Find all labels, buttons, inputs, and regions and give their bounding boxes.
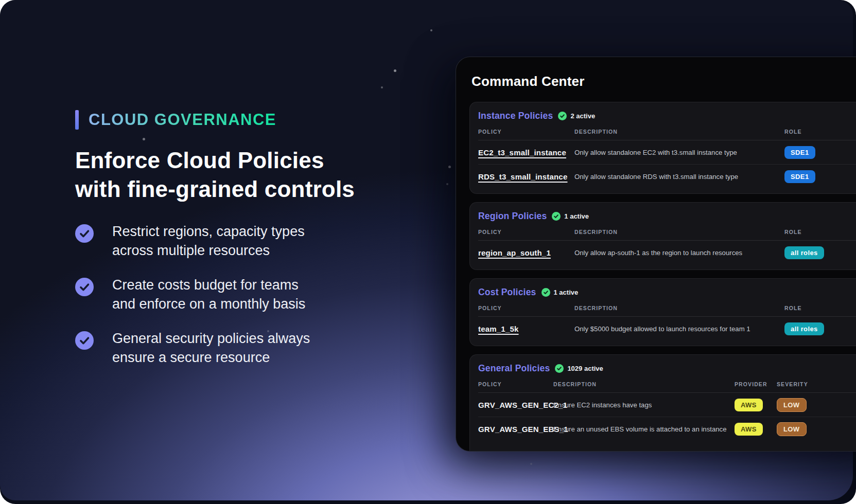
policy-row: team_1_5kOnly $5000 budget allowed to la… (478, 317, 856, 340)
panel-title: Command Center (471, 74, 856, 89)
policy-description: Only allow ap-south-1 as the region to l… (574, 249, 784, 257)
section-active-badge: 1 active (541, 288, 579, 297)
column-header-policy: POLICY (478, 129, 574, 135)
table-body: EC2_t3_small_instanceOnly allow standalo… (478, 140, 856, 188)
policy-card-list: Instance Policies 2 active POLICYDESCRIP… (469, 102, 856, 452)
active-count-label: 1 active (564, 212, 589, 220)
column-header-description: DESCRIPTION (574, 129, 784, 135)
bullet-list: Restrict regions, capacity typesacross m… (75, 222, 430, 367)
heading-line-1: Enforce Cloud Policies (75, 146, 430, 175)
policy-section-card: General Policies 1029 active POLICYDESCR… (469, 354, 856, 452)
policy-description: Only $5000 budget allowed to launch reso… (574, 325, 784, 333)
command-center-panel: Command Center Instance Policies 2 activ… (456, 57, 856, 452)
bullet-item: Restrict regions, capacity typesacross m… (75, 222, 430, 260)
policy-name-link[interactable]: RDS_t3_small_instance (478, 172, 574, 181)
column-header-role: ROLE (784, 305, 856, 311)
star-dot (448, 166, 451, 168)
eyebrow: CLOUD GOVERNANCE (75, 110, 430, 130)
active-count-label: 1 active (554, 289, 579, 296)
table-body: team_1_5kOnly $5000 budget allowed to la… (478, 317, 856, 340)
provider-aws-badge: AWS (735, 423, 763, 436)
bullet-text: Create costs budget for teamsand enforce… (112, 276, 305, 314)
active-check-icon (541, 288, 550, 297)
star-dot (446, 183, 448, 185)
column-header-policy: POLICY (478, 305, 574, 311)
table-body: GRV_AWS_GEN_EC2_1Ensure EC2 instances ha… (478, 393, 856, 441)
column-header-description: DESCRIPTION (574, 305, 784, 311)
active-count-label: 1029 active (567, 365, 603, 372)
section-active-badge: 2 active (558, 112, 595, 120)
check-circle-icon (75, 224, 94, 243)
policy-section-card: Cost Policies 1 active POLICYDESCRIPTION… (469, 278, 856, 346)
severity-low-badge: LOW (777, 398, 807, 412)
policy-description: Ensure an unused EBS volume is attached … (553, 425, 735, 433)
column-header-description: DESCRIPTION (553, 381, 735, 387)
column-header-policy: POLICY (478, 381, 553, 387)
role-blue-badge: SDE1 (784, 170, 815, 183)
check-circle-icon (75, 331, 94, 350)
policy-description: Ensure EC2 instances have tags (553, 401, 735, 409)
section-title: Region Policies (478, 211, 547, 222)
policy-row: region_ap_south_1Only allow ap-south-1 a… (478, 241, 856, 264)
eyebrow-label: CLOUD GOVERNANCE (89, 111, 276, 129)
star-dot (394, 69, 396, 72)
policy-row: RDS_t3_small_instanceOnly allow standalo… (478, 164, 856, 188)
policy-section-card: Instance Policies 2 active POLICYDESCRIP… (469, 102, 856, 194)
role-blue-badge: SDE1 (784, 146, 815, 159)
hero-section: CLOUD GOVERNANCE Enforce Cloud Policies … (75, 110, 430, 367)
active-count-label: 2 active (570, 112, 595, 120)
column-header-role: ROLE (784, 229, 856, 235)
policy-section-card: Region Policies 1 active POLICYDESCRIPTI… (469, 202, 856, 270)
active-check-icon (555, 364, 564, 373)
policy-name-link[interactable]: EC2_t3_small_instance (478, 148, 574, 157)
section-title: Instance Policies (478, 111, 553, 121)
provider-aws-badge: AWS (735, 399, 763, 411)
star-dot (381, 86, 383, 88)
column-header-policy: POLICY (478, 229, 574, 235)
table-header-row: POLICYDESCRIPTIONROLE (478, 226, 856, 241)
table-header-row: POLICYDESCRIPTIONPROVIDERSEVERITY (478, 378, 856, 393)
active-check-icon (552, 212, 561, 221)
policy-row: EC2_t3_small_instanceOnly allow standalo… (478, 140, 856, 164)
section-active-badge: 1029 active (555, 364, 603, 373)
table-header-row: POLICYDESCRIPTIONROLE (478, 302, 856, 317)
bullet-item: General security policies alwaysensure a… (75, 329, 430, 367)
bullet-text: Restrict regions, capacity typesacross m… (112, 222, 305, 260)
policy-row: GRV_AWS_GEN_EBS_1Ensure an unused EBS vo… (478, 417, 856, 441)
severity-low-badge: LOW (777, 422, 807, 436)
page-heading: Enforce Cloud Policies with fine-grained… (75, 146, 430, 204)
policy-description: Only allow standalone EC2 with t3.small … (574, 149, 784, 156)
bullet-text: General security policies alwaysensure a… (112, 329, 310, 367)
star-dot (430, 29, 432, 31)
policy-name: GRV_AWS_GEN_EBS_1 (478, 425, 553, 434)
active-check-icon (558, 112, 567, 120)
policy-description: Only allow standalone RDS with t3.small … (574, 173, 784, 181)
eyebrow-accent-bar (75, 110, 79, 130)
section-active-badge: 1 active (552, 212, 589, 221)
check-circle-icon (75, 278, 94, 296)
policy-name-link[interactable]: team_1_5k (478, 325, 574, 333)
section-title: General Policies (478, 363, 550, 374)
column-header-provider: PROVIDER (735, 381, 777, 387)
policy-name-link[interactable]: region_ap_south_1 (478, 248, 574, 257)
role-teal-badge: all roles (784, 322, 824, 335)
column-header-description: DESCRIPTION (574, 229, 784, 235)
column-header-role: ROLE (784, 129, 856, 135)
policy-row: GRV_AWS_GEN_EC2_1Ensure EC2 instances ha… (478, 393, 856, 417)
column-header-severity: SEVERITY (777, 381, 856, 387)
table-body: region_ap_south_1Only allow ap-south-1 a… (478, 241, 856, 264)
marketing-frame: CLOUD GOVERNANCE Enforce Cloud Policies … (0, 0, 856, 504)
heading-line-2: with fine-grained controls (75, 175, 430, 204)
bullet-item: Create costs budget for teamsand enforce… (75, 276, 430, 314)
section-title: Cost Policies (478, 287, 536, 298)
star-dot (530, 463, 532, 465)
policy-name: GRV_AWS_GEN_EC2_1 (478, 401, 553, 409)
role-teal-badge: all roles (784, 246, 824, 259)
table-header-row: POLICYDESCRIPTIONROLE (478, 125, 856, 140)
